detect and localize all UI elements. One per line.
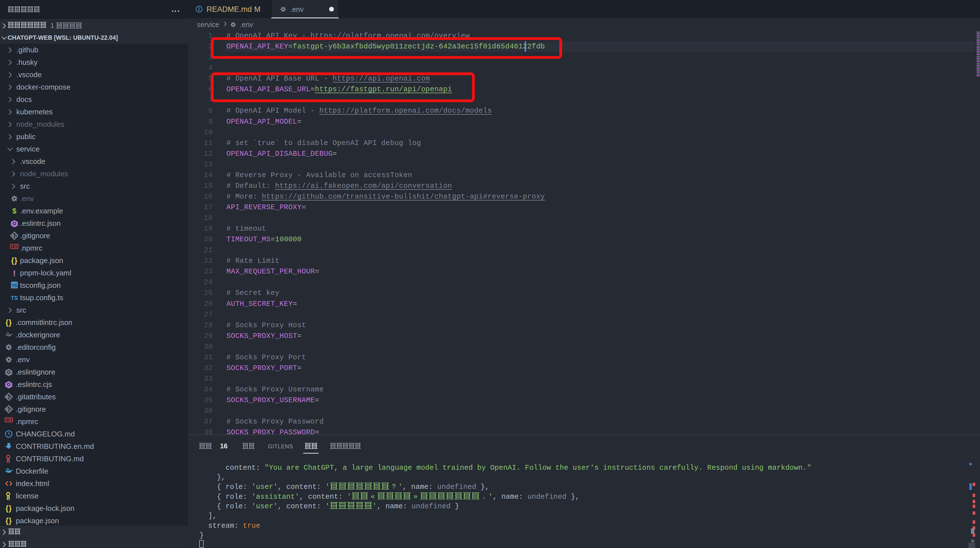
svg-text:TS: TS [11, 295, 18, 301]
svg-text:TS: TS [12, 283, 17, 288]
